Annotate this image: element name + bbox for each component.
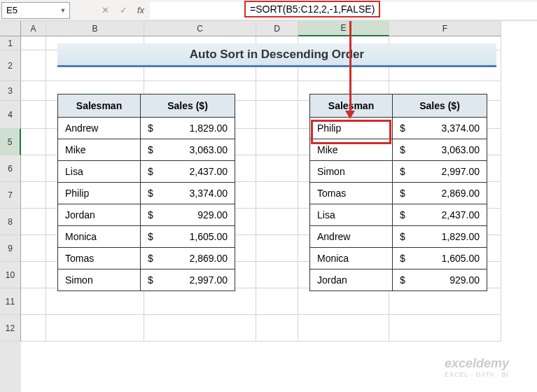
column-header-f[interactable]: F (389, 21, 501, 36)
cell-sales[interactable]: $ 3,374.00 (393, 118, 487, 139)
cell-a8[interactable] (21, 209, 46, 235)
row-header-8[interactable]: 8 (0, 209, 21, 235)
table-row[interactable]: Lisa $ 2,437.00 (310, 204, 487, 226)
cell-d7[interactable] (256, 182, 298, 209)
cell-salesman[interactable]: Mike (310, 139, 393, 161)
cell-b12[interactable] (46, 315, 144, 342)
cell-d3[interactable] (256, 81, 298, 101)
table-row[interactable]: Jordan $ 929.00 (58, 204, 235, 226)
cell-a7[interactable] (21, 182, 46, 209)
row-header-10[interactable]: 10 (0, 262, 21, 288)
cell-d10[interactable] (256, 262, 298, 288)
cell-a5[interactable] (21, 129, 46, 155)
cell-salesman[interactable]: Jordan (58, 204, 141, 226)
cell-c11[interactable] (144, 288, 256, 315)
cell-salesman[interactable]: Simon (310, 161, 393, 183)
cell-f11[interactable] (389, 288, 501, 315)
row-header-2[interactable]: 2 (0, 50, 21, 81)
name-box[interactable]: E5 ▼ (1, 2, 70, 19)
cell-d9[interactable] (256, 235, 298, 262)
cell-sales[interactable]: $ 3,374.00 (141, 183, 235, 204)
cell-sales[interactable]: $ 2,997.00 (141, 270, 235, 291)
cell-salesman[interactable]: Philip (58, 183, 141, 204)
cell-d4[interactable] (256, 101, 298, 129)
cell-a3[interactable] (21, 81, 46, 101)
table-row[interactable]: Tomas $ 2,869.00 (310, 183, 487, 204)
table-row[interactable]: Philip $ 3,374.00 (310, 118, 487, 139)
table-row[interactable]: Mike $ 3,063.00 (58, 139, 235, 161)
cell-sales[interactable]: $ 1,605.00 (141, 226, 235, 248)
row-header-11[interactable]: 11 (0, 288, 21, 315)
cell-a11[interactable] (21, 288, 46, 315)
select-all-corner[interactable] (0, 21, 21, 36)
row-header-1[interactable]: 1 (0, 36, 21, 50)
table-row[interactable]: Philip $ 3,374.00 (58, 183, 235, 204)
cell-sales[interactable]: $ 2,869.00 (393, 183, 487, 204)
cell-a4[interactable] (21, 101, 46, 129)
table-row[interactable]: Mike $ 3,063.00 (310, 139, 487, 161)
cell-sales[interactable]: $ 2,437.00 (393, 204, 487, 226)
name-box-dropdown-icon[interactable]: ▼ (58, 4, 68, 17)
row-header-5[interactable]: 5 (0, 129, 21, 155)
cell-a6[interactable] (21, 155, 46, 182)
cell-sales[interactable]: $ 929.00 (141, 204, 235, 226)
cell-salesman[interactable]: Simon (58, 270, 141, 291)
cell-sales[interactable]: $ 1,829.00 (141, 118, 235, 139)
cell-salesman[interactable]: Jordan (310, 270, 393, 291)
fx-icon[interactable]: fx (137, 5, 144, 15)
column-header-c[interactable]: C (144, 21, 256, 36)
cell-sales[interactable]: $ 1,605.00 (393, 248, 487, 270)
row-header-6[interactable]: 6 (0, 155, 21, 182)
cancel-formula-icon[interactable]: ✕ (98, 4, 112, 18)
header-sales-left[interactable]: Sales ($) (141, 94, 235, 118)
cell-a10[interactable] (21, 262, 46, 288)
table-row[interactable]: Andrew $ 1,829.00 (58, 118, 235, 139)
cell-salesman[interactable]: Philip (310, 118, 393, 139)
cell-salesman[interactable]: Tomas (58, 248, 141, 270)
table-row[interactable]: Simon $ 2,997.00 (310, 161, 487, 183)
cell-c12[interactable] (144, 315, 256, 342)
table-row[interactable]: Monica $ 1,605.00 (58, 226, 235, 248)
cell-a1[interactable] (21, 36, 46, 50)
row-header-4[interactable]: 4 (0, 101, 21, 129)
cell-d5[interactable] (256, 129, 298, 155)
cell-a9[interactable] (21, 235, 46, 262)
cell-sales[interactable]: $ 2,869.00 (141, 248, 235, 270)
cell-d6[interactable] (256, 155, 298, 182)
table-row[interactable]: Jordan $ 929.00 (310, 270, 487, 291)
cell-d8[interactable] (256, 209, 298, 235)
cell-f12[interactable] (389, 315, 501, 342)
cell-salesman[interactable]: Lisa (310, 204, 393, 226)
table-row[interactable]: Tomas $ 2,869.00 (58, 248, 235, 270)
cell-sales[interactable]: $ 2,437.00 (141, 161, 235, 183)
cell-b11[interactable] (46, 288, 144, 315)
cell-salesman[interactable]: Andrew (310, 226, 393, 248)
cell-d11[interactable] (256, 288, 298, 315)
table-row[interactable]: Simon $ 2,997.00 (58, 270, 235, 291)
cell-e12[interactable] (298, 315, 389, 342)
cell-e11[interactable] (298, 288, 389, 315)
column-header-a[interactable]: A (21, 21, 46, 36)
cell-sales[interactable]: $ 929.00 (393, 270, 487, 291)
cell-salesman[interactable]: Andrew (58, 118, 141, 139)
cell-salesman[interactable]: Monica (310, 248, 393, 270)
cell-salesman[interactable]: Monica (58, 226, 141, 248)
header-sales-right[interactable]: Sales ($) (393, 94, 487, 118)
cell-a12[interactable] (21, 315, 46, 342)
column-header-e[interactable]: E (298, 21, 389, 36)
table-row[interactable]: Andrew $ 1,829.00 (310, 226, 487, 248)
table-row[interactable]: Lisa $ 2,437.00 (58, 161, 235, 183)
cell-sales[interactable]: $ 2,997.00 (393, 161, 487, 183)
accept-formula-icon[interactable]: ✓ (116, 4, 130, 18)
cell-a2[interactable] (21, 50, 46, 81)
column-header-d[interactable]: D (256, 21, 298, 36)
cell-d12[interactable] (256, 315, 298, 342)
cell-salesman[interactable]: Mike (58, 139, 141, 161)
cell-sales[interactable]: $ 1,829.00 (393, 226, 487, 248)
row-header-7[interactable]: 7 (0, 182, 21, 209)
cell-sales[interactable]: $ 3,063.00 (393, 139, 487, 161)
table-row[interactable]: Monica $ 1,605.00 (310, 248, 487, 270)
row-header-12[interactable]: 12 (0, 315, 21, 342)
column-header-b[interactable]: B (46, 21, 144, 36)
cell-sales[interactable]: $ 3,063.00 (141, 139, 235, 161)
